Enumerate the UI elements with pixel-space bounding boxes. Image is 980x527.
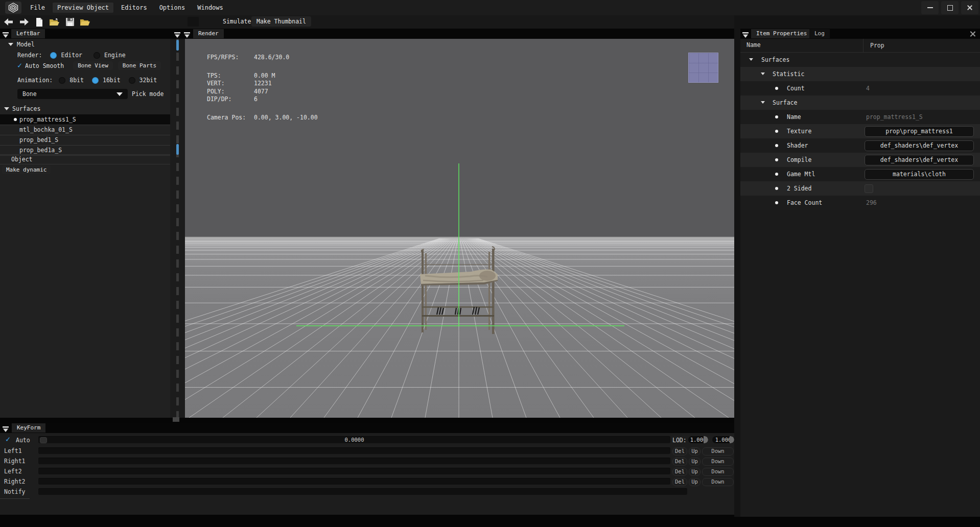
right-panel-header: Item Properties Log bbox=[740, 29, 980, 39]
radio-render-engine[interactable] bbox=[94, 52, 100, 59]
make-thumbnail-button[interactable]: Make Thumbnail bbox=[251, 16, 311, 27]
expander-icon[interactable] bbox=[761, 101, 765, 104]
tree-row-surfaces[interactable]: Surfaces bbox=[740, 53, 980, 67]
auto-checkbox[interactable]: ✓ bbox=[6, 436, 10, 443]
forward-icon[interactable] bbox=[18, 17, 29, 27]
surface-list-item[interactable]: prop_mattress1_S bbox=[0, 114, 170, 125]
tab-leftbar[interactable]: LeftBar bbox=[11, 29, 45, 38]
menu-options[interactable]: Options bbox=[155, 3, 190, 13]
compile-value-button[interactable]: def_shaders\def_vertex bbox=[865, 155, 974, 165]
del-button[interactable]: Del bbox=[672, 458, 687, 466]
panel-splitter[interactable] bbox=[170, 39, 185, 418]
nav-cube[interactable] bbox=[688, 53, 718, 83]
expander-icon bbox=[8, 43, 13, 46]
prop-row-shader: Shader def_shaders\def_vertex bbox=[740, 138, 980, 153]
del-button[interactable]: Del bbox=[672, 447, 687, 456]
close-button[interactable] bbox=[961, 1, 978, 14]
tree-row-surface[interactable]: Surface bbox=[740, 95, 980, 110]
del-button[interactable]: Del bbox=[672, 478, 687, 486]
bone-view-button[interactable]: Bone View bbox=[73, 61, 113, 70]
collapse-panel-icon[interactable] bbox=[184, 31, 190, 37]
down-button[interactable]: Down bbox=[702, 468, 734, 476]
surfaces-section-header[interactable]: Surfaces bbox=[4, 105, 40, 112]
open-file-icon[interactable] bbox=[49, 17, 60, 27]
save-icon[interactable] bbox=[64, 17, 75, 27]
tab-keyform[interactable]: KeyForm bbox=[12, 423, 45, 433]
pick-mode-label[interactable]: Pick mode bbox=[132, 90, 164, 98]
new-file-icon[interactable] bbox=[34, 17, 44, 27]
prop-row-face-count[interactable]: Face Count 296 bbox=[740, 196, 980, 210]
texture-value-button[interactable]: prop\prop_mattress1 bbox=[865, 126, 974, 137]
two-sided-checkbox[interactable] bbox=[865, 184, 873, 193]
prop-row-count[interactable]: Count 4 bbox=[740, 81, 980, 95]
menu-windows[interactable]: Windows bbox=[193, 3, 228, 13]
keyform-track[interactable] bbox=[38, 468, 670, 474]
model-section-header[interactable]: Model bbox=[8, 41, 35, 48]
keyform-track[interactable] bbox=[38, 458, 670, 464]
splitter-shaft[interactable] bbox=[176, 39, 179, 418]
app-logo-icon[interactable] bbox=[5, 2, 21, 14]
scrollbar-thumb[interactable] bbox=[176, 40, 179, 51]
prop-row-game-mtl: Game Mtl materials\cloth bbox=[740, 167, 980, 181]
down-button[interactable]: Down bbox=[702, 478, 734, 486]
del-button[interactable]: Del bbox=[672, 468, 687, 476]
up-button[interactable]: Up bbox=[689, 468, 701, 476]
bone-dropdown[interactable]: Bone bbox=[17, 89, 128, 99]
down-button[interactable]: Down bbox=[702, 447, 734, 456]
surface-list-item[interactable]: mtl_bochka_01_S bbox=[0, 125, 170, 135]
up-button[interactable]: Up bbox=[689, 478, 701, 486]
panel-close-icon[interactable] bbox=[970, 31, 976, 37]
keyform-track[interactable] bbox=[38, 447, 670, 454]
tab-item-properties[interactable]: Item Properties bbox=[751, 29, 812, 38]
keyform-header: KeyForm bbox=[0, 423, 734, 433]
radio-render-editor[interactable] bbox=[50, 52, 57, 59]
surface-list-item[interactable]: prop_bed1_S bbox=[0, 135, 170, 146]
keyform-slider[interactable]: 0.0000 bbox=[38, 436, 670, 443]
auto-smooth-checkbox[interactable]: ✓ bbox=[17, 62, 22, 69]
viewport-scrollbar-handle[interactable] bbox=[173, 417, 179, 422]
tab-render[interactable]: Render bbox=[193, 29, 224, 38]
up-button[interactable]: Up bbox=[689, 447, 701, 456]
maximize-button[interactable] bbox=[941, 1, 959, 14]
toolbar-empty-slot[interactable] bbox=[188, 17, 199, 27]
chevron-down-icon bbox=[116, 92, 123, 96]
window-controls bbox=[921, 1, 978, 14]
simulate-button[interactable]: Simulate bbox=[220, 17, 254, 26]
close-icon bbox=[967, 5, 973, 11]
prop-row-name[interactable]: Name prop_mattress1_S bbox=[740, 110, 980, 124]
tree-row-statistic[interactable]: Statistic bbox=[740, 67, 980, 81]
minimize-button[interactable] bbox=[921, 1, 939, 14]
bone-parts-button[interactable]: Bone Parts bbox=[118, 61, 161, 70]
render-viewport[interactable]: FPS/RFPS:428.6/30.0 TPS:0.00 M VERT:1223… bbox=[185, 39, 734, 418]
back-icon[interactable] bbox=[3, 17, 14, 27]
lod-field-1[interactable]: 1.000 bbox=[688, 436, 708, 443]
radio-anim-32bit[interactable] bbox=[129, 77, 135, 84]
collapse-panel-icon[interactable] bbox=[3, 31, 9, 37]
object-section-header[interactable]: Object bbox=[0, 154, 170, 164]
radio-anim-16bit[interactable] bbox=[92, 77, 99, 84]
expander-icon[interactable] bbox=[749, 58, 753, 61]
notify-track[interactable] bbox=[38, 488, 687, 495]
auto-label[interactable]: Auto bbox=[16, 437, 30, 444]
radio-anim-8bit[interactable] bbox=[59, 77, 65, 84]
keyform-track[interactable] bbox=[38, 478, 670, 485]
menu-preview-object[interactable]: Preview Object bbox=[53, 3, 113, 13]
folder-icon[interactable] bbox=[80, 17, 90, 27]
up-button[interactable]: Up bbox=[689, 458, 701, 466]
collapse-panel-icon[interactable] bbox=[742, 31, 749, 37]
lod-field-2[interactable]: 1.000 bbox=[712, 436, 734, 443]
toolbar: Simulate Make Thumbnail bbox=[0, 15, 734, 29]
tab-log[interactable]: Log bbox=[809, 29, 830, 38]
shader-value-button[interactable]: def_shaders\def_vertex bbox=[865, 140, 974, 151]
down-button[interactable]: Down bbox=[702, 458, 734, 466]
bullet-icon bbox=[775, 115, 778, 118]
collapse-panel-icon[interactable] bbox=[174, 31, 180, 37]
right-panel: Item Properties Log Name Prop Surfaces S… bbox=[734, 15, 980, 517]
menu-editors[interactable]: Editors bbox=[116, 3, 152, 13]
scrollbar-thumb[interactable] bbox=[176, 144, 179, 155]
game-mtl-value-button[interactable]: materials\cloth bbox=[865, 169, 974, 180]
collapse-panel-icon[interactable] bbox=[3, 425, 9, 431]
menu-file[interactable]: File bbox=[26, 3, 50, 13]
expander-icon[interactable] bbox=[761, 73, 765, 75]
make-dynamic-button[interactable]: Make dynamic bbox=[2, 165, 51, 174]
